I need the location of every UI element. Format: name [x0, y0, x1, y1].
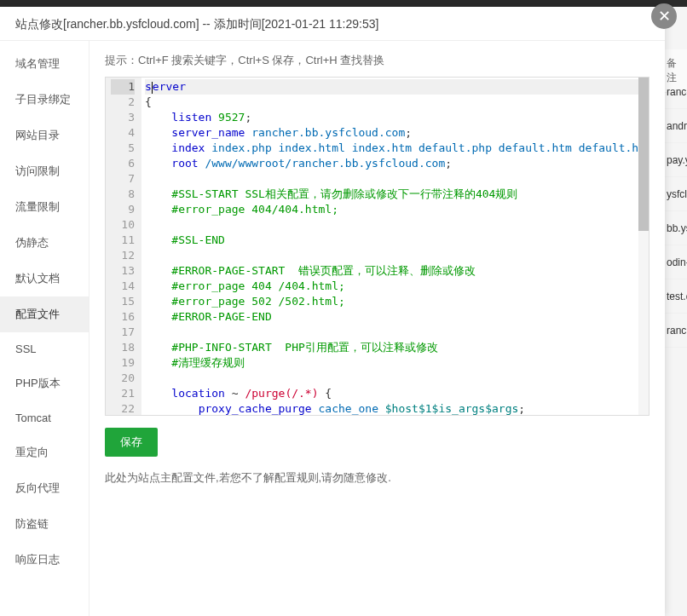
- code-line[interactable]: #SSL-END: [145, 233, 638, 248]
- save-button[interactable]: 保存: [105, 428, 158, 457]
- sidebar-item-log[interactable]: 响应日志: [0, 542, 89, 578]
- sidebar-item-flow[interactable]: 流量限制: [0, 189, 89, 225]
- sidebar-item-proxy[interactable]: 反向代理: [0, 470, 89, 506]
- editor-hint: 提示：Ctrl+F 搜索关键字，Ctrl+S 保存，Ctrl+H 查找替换: [105, 53, 649, 68]
- code-line[interactable]: [145, 248, 638, 263]
- sidebar-item-label: PHP版本: [15, 377, 61, 389]
- config-note: 此处为站点主配置文件,若您不了解配置规则,请勿随意修改.: [105, 470, 649, 486]
- sidebar-item-label: 伪静态: [15, 236, 49, 249]
- sidebar-item-label: 访问限制: [15, 164, 60, 177]
- sidebar-item-ssl[interactable]: SSL: [0, 332, 89, 366]
- sidebar-item-domain[interactable]: 域名管理: [0, 46, 89, 82]
- code-line[interactable]: #ERROR-PAGE-END: [145, 309, 638, 325]
- code-line[interactable]: [145, 325, 638, 340]
- sidebar-item-label: 配置文件: [15, 308, 60, 320]
- code-line[interactable]: #PHP-INFO-START PHP引用配置，可以注释或修改: [145, 340, 638, 355]
- background-row: pay.y: [665, 143, 687, 177]
- background-row: odin-: [665, 245, 687, 279]
- sidebar-item-label: 网站目录: [15, 129, 60, 141]
- code-line[interactable]: [145, 171, 638, 187]
- code-line[interactable]: #清理缓存规则: [145, 355, 638, 371]
- sidebar-item-label: 响应日志: [15, 553, 60, 566]
- sidebar-item-subdir[interactable]: 子目录绑定: [0, 82, 89, 118]
- code-line[interactable]: #SSL-START SSL相关配置，请勿删除或修改下一行带注释的404规则: [145, 187, 638, 202]
- sidebar-item-defaultdoc[interactable]: 默认文档: [0, 261, 89, 296]
- background-row: ranch: [665, 314, 687, 348]
- code-line[interactable]: #error_page 404/404.html;: [145, 202, 638, 217]
- code-line[interactable]: proxy_cache_purge cache_one $host$1$is_a…: [145, 401, 638, 415]
- sidebar-item-label: 防盗链: [15, 517, 49, 530]
- close-button[interactable]: ✕: [651, 3, 677, 29]
- sidebar-item-label: 域名管理: [15, 57, 60, 70]
- background-row: bb.ys: [665, 211, 687, 245]
- background-row: ysfcl: [665, 177, 687, 211]
- editor-scrollbar[interactable]: [638, 78, 649, 415]
- code-line[interactable]: {: [145, 95, 638, 110]
- sidebar-item-redirect[interactable]: 重定向: [0, 435, 89, 470]
- sidebar-item-label: 反向代理: [15, 481, 60, 494]
- background-row: test.c: [665, 279, 687, 314]
- scrollbar-thumb[interactable]: [638, 78, 649, 231]
- sidebar-item-label: SSL: [15, 343, 37, 355]
- sidebar: 域名管理子目录绑定网站目录访问限制流量限制伪静态默认文档配置文件SSLPHP版本…: [0, 41, 89, 616]
- editor-code[interactable]: server{ listen 9527; server_name rancher…: [141, 78, 638, 415]
- sidebar-item-tomcat[interactable]: Tomcat: [0, 401, 89, 435]
- sidebar-item-label: 子目录绑定: [15, 93, 71, 106]
- background-table-rows: ranchandropay.yysfclbb.ysodin-test.cranc…: [665, 75, 687, 348]
- editor-gutter: 12345678910111213141516171819202122: [106, 78, 141, 415]
- obscured-top-bar: [0, 0, 687, 7]
- modal-body: 域名管理子目录绑定网站目录访问限制流量限制伪静态默认文档配置文件SSLPHP版本…: [0, 41, 665, 616]
- sidebar-item-label: 流量限制: [15, 200, 60, 213]
- code-line[interactable]: location ~ /purge(/.*) {: [145, 386, 638, 401]
- code-line[interactable]: #ERROR-PAGE-START 错误页配置，可以注释、删除或修改: [145, 263, 638, 279]
- background-row: andro: [665, 109, 687, 143]
- code-line[interactable]: #error_page 502 /502.html;: [145, 294, 638, 309]
- sidebar-item-config[interactable]: 配置文件: [0, 296, 89, 332]
- sidebar-item-access[interactable]: 访问限制: [0, 153, 89, 189]
- code-line[interactable]: [145, 217, 638, 233]
- sidebar-item-label: Tomcat: [15, 412, 51, 424]
- background-row: ranch: [665, 75, 687, 109]
- code-line[interactable]: index index.php index.html index.htm def…: [145, 141, 638, 156]
- modal-title: 站点修改[rancher.bb.ysfcloud.com] -- 添加时间[20…: [0, 7, 665, 41]
- site-edit-modal: ✕ 站点修改[rancher.bb.ysfcloud.com] -- 添加时间[…: [0, 7, 665, 616]
- code-line[interactable]: listen 9527;: [145, 110, 638, 125]
- sidebar-item-php[interactable]: PHP版本: [0, 366, 89, 401]
- sidebar-item-rewrite[interactable]: 伪静态: [0, 225, 89, 261]
- code-line[interactable]: #error_page 404 /404.html;: [145, 279, 638, 294]
- config-editor[interactable]: 12345678910111213141516171819202122 serv…: [105, 77, 649, 416]
- sidebar-item-webdir[interactable]: 网站目录: [0, 118, 89, 153]
- code-line[interactable]: root /www/wwwroot/rancher.bb.ysfcloud.co…: [145, 156, 638, 171]
- close-icon: ✕: [658, 7, 671, 26]
- main-panel: 提示：Ctrl+F 搜索关键字，Ctrl+S 保存，Ctrl+H 查找替换 12…: [89, 41, 665, 616]
- sidebar-item-antileech[interactable]: 防盗链: [0, 506, 89, 542]
- sidebar-item-label: 重定向: [15, 446, 49, 458]
- code-line[interactable]: server: [145, 79, 638, 95]
- code-line[interactable]: server_name rancher.bb.ysfcloud.com;: [145, 125, 638, 141]
- sidebar-item-label: 默认文档: [15, 272, 60, 285]
- code-line[interactable]: [145, 371, 638, 386]
